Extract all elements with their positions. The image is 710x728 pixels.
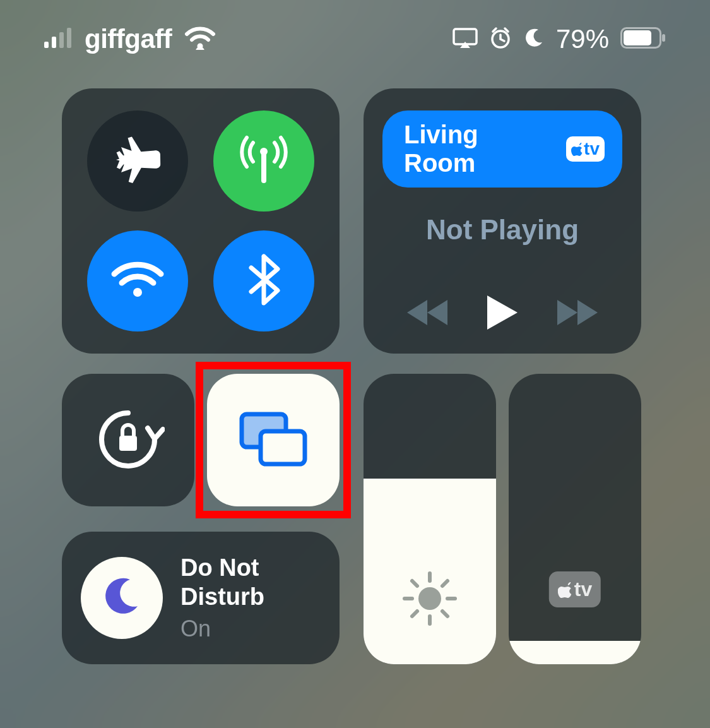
previous-track-button[interactable] [406, 297, 450, 330]
audio-output-pill[interactable]: Living Room tv [382, 110, 622, 188]
svg-point-4 [198, 44, 203, 49]
svg-rect-8 [624, 30, 651, 45]
media-status-label: Not Playing [426, 214, 579, 246]
battery-icon [620, 27, 666, 51]
wifi-icon [109, 258, 166, 304]
apple-tv-volume-icon: tv [549, 571, 601, 607]
bluetooth-icon [245, 251, 283, 311]
do-not-disturb-button[interactable]: Do Not Disturb On [62, 532, 340, 664]
play-button[interactable] [485, 293, 520, 335]
svg-point-11 [133, 288, 142, 297]
antenna-icon [235, 131, 292, 191]
svg-point-15 [418, 587, 441, 610]
next-track-button[interactable] [555, 297, 599, 330]
dnd-indicator [81, 557, 163, 639]
brightness-slider[interactable] [364, 374, 496, 664]
battery-percent: 79% [556, 24, 609, 54]
connectivity-panel [62, 88, 340, 354]
audio-output-label: Living Room [404, 121, 555, 177]
dnd-state: On [180, 616, 264, 642]
annotation-highlight-box [196, 362, 351, 518]
cellular-icon [44, 28, 72, 51]
svg-rect-0 [44, 42, 49, 48]
sun-icon [398, 567, 461, 633]
airplane-icon [111, 133, 165, 189]
moon-icon [98, 573, 146, 623]
airplane-mode-button[interactable] [87, 110, 188, 212]
dnd-title-line2: Disturb [180, 583, 264, 612]
cellular-data-button[interactable] [213, 110, 314, 212]
orientation-lock-button[interactable] [62, 374, 194, 506]
orientation-lock-icon [92, 403, 165, 478]
wifi-icon [184, 26, 216, 52]
dnd-text: Do Not Disturb On [180, 554, 264, 641]
svg-point-10 [260, 148, 268, 155]
dnd-title-line1: Do Not [180, 554, 264, 583]
svg-rect-1 [52, 37, 56, 48]
svg-rect-2 [59, 32, 64, 48]
svg-rect-12 [119, 436, 137, 451]
moon-icon [523, 27, 545, 51]
svg-rect-3 [67, 28, 71, 48]
bluetooth-button[interactable] [213, 230, 314, 331]
alarm-icon [489, 27, 512, 52]
wifi-button[interactable] [87, 230, 188, 331]
volume-slider[interactable]: tv [509, 374, 641, 664]
airplay-status-icon [453, 28, 478, 51]
carrier-label: giffgaff [85, 24, 172, 54]
media-panel: Living Room tv Not Playing [364, 88, 641, 354]
apple-tv-badge-icon: tv [566, 136, 605, 162]
svg-rect-9 [662, 34, 665, 42]
status-bar: giffgaff 79% [0, 24, 710, 54]
volume-fill [509, 641, 641, 664]
